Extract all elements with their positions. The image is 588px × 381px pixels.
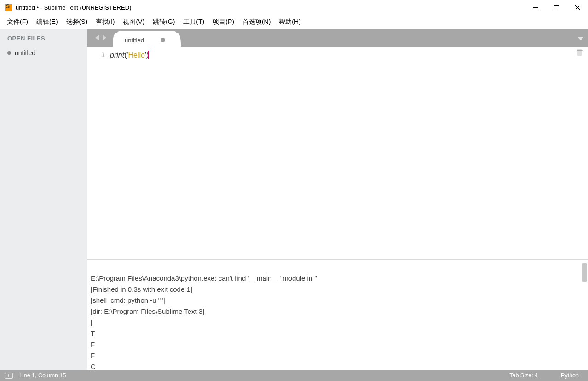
text-cursor (148, 51, 149, 59)
minimap[interactable] (575, 47, 588, 259)
console-line: C (91, 363, 96, 370)
menu-view[interactable]: 视图(V) (119, 16, 149, 29)
menu-file[interactable]: 文件(F) (3, 16, 32, 29)
panel-switcher-icon[interactable] (5, 373, 13, 379)
menu-project[interactable]: 项目(P) (208, 16, 238, 29)
tab-bar: untitled (87, 29, 588, 47)
gutter: 1 (87, 47, 110, 259)
console-line: F (91, 341, 95, 348)
code-content[interactable]: print('Hello') (110, 47, 149, 259)
console-line: F (91, 352, 95, 359)
close-button[interactable] (567, 0, 588, 15)
minimize-button[interactable] (525, 0, 546, 15)
open-file-name: untitled (15, 49, 35, 57)
svg-rect-1 (554, 5, 559, 10)
tab-label: untitled (125, 37, 144, 44)
token-string: Hello (128, 51, 145, 59)
status-syntax[interactable]: Python (561, 372, 579, 379)
maximize-button[interactable] (546, 0, 567, 15)
tab-dirty-indicator-icon (161, 38, 165, 42)
token-func: print (110, 51, 124, 59)
console-line: [Finished in 0.3s with exit code 1] (91, 285, 192, 293)
status-position[interactable]: Line 1, Column 15 (19, 372, 66, 379)
console-line: E:\Program Files\Anaconda3\python.exe: c… (91, 274, 317, 282)
console-line: [shell_cmd: python -u ""] (91, 296, 165, 304)
code-editor[interactable]: 1 print('Hello') (87, 47, 588, 259)
sidebar-header: OPEN FILES (0, 29, 87, 47)
build-output-panel[interactable]: E:\Program Files\Anaconda3\python.exe: c… (87, 260, 588, 370)
svg-marker-4 (95, 35, 99, 40)
status-tab-size[interactable]: Tab Size: 4 (509, 372, 538, 379)
tab-nav-forward-icon[interactable] (102, 34, 106, 42)
menu-bar: 文件(F) 编辑(E) 选择(S) 查找(I) 视图(V) 跳转(G) 工具(T… (0, 15, 588, 29)
menu-goto[interactable]: 跳转(G) (149, 16, 179, 29)
console-line: [dir: E:\Program Files\Sublime Text 3] (91, 307, 204, 315)
open-file-item[interactable]: untitled (0, 47, 87, 59)
svg-marker-5 (103, 35, 106, 40)
menu-preferences[interactable]: 首选项(N) (238, 16, 275, 29)
dirty-dot-icon (7, 51, 11, 55)
app-icon (5, 4, 12, 11)
scrollbar-thumb[interactable] (582, 263, 587, 282)
menu-help[interactable]: 帮助(H) (275, 16, 305, 29)
minimap-scrollbar[interactable] (577, 49, 582, 56)
menu-tools[interactable]: 工具(T) (179, 16, 208, 29)
status-bar: Line 1, Column 15 Tab Size: 4 Python (0, 370, 588, 381)
tabbar-menu-icon[interactable] (578, 35, 583, 43)
sidebar: OPEN FILES untitled (0, 29, 87, 370)
tab-untitled[interactable]: untitled (115, 31, 179, 49)
console-line: T (91, 329, 95, 337)
tab-nav-back-icon[interactable] (95, 34, 100, 42)
window-title: untitled • - Sublime Text (UNREGISTERED) (16, 4, 131, 11)
menu-edit[interactable]: 编辑(E) (32, 16, 62, 29)
line-number: 1 (87, 51, 105, 59)
console-scrollbar[interactable] (582, 263, 587, 367)
title-bar: untitled • - Sublime Text (UNREGISTERED) (0, 0, 588, 15)
menu-find[interactable]: 查找(I) (92, 16, 119, 29)
menu-select[interactable]: 选择(S) (62, 16, 92, 29)
svg-marker-6 (578, 37, 583, 40)
console-line: [ (91, 318, 92, 326)
